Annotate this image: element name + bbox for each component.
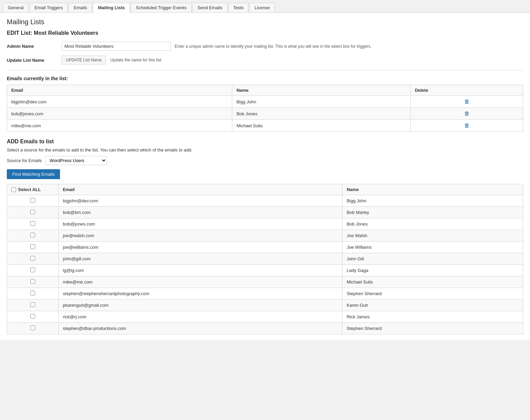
admin-name-hint: Enter a unique admin name to identify yo… — [175, 44, 371, 49]
tab-send-emails[interactable]: Send Emails — [192, 3, 227, 12]
row-checkbox-cell — [7, 311, 59, 323]
row-checkbox[interactable] — [30, 198, 35, 203]
matching-emails-table: Select ALL Email Name bigjohn@dev.com Bi… — [7, 184, 523, 334]
delete-icon[interactable]: 🗑 — [464, 111, 470, 116]
match-name-cell: Joe Williams — [342, 242, 523, 253]
match-email-cell: bigjohn@dev.com — [59, 195, 342, 207]
row-checkbox[interactable] — [30, 267, 35, 272]
update-hint: Update the name for this list. — [110, 58, 162, 62]
match-name-cell: Lady Gaga — [342, 265, 523, 276]
row-checkbox-cell — [7, 276, 59, 288]
match-email-cell: mike@me.com — [59, 276, 342, 288]
list-item: mike@me.com Michael Sulis — [7, 276, 523, 288]
update-list-label: Update List Name — [7, 58, 61, 63]
email-cell: bob@jones.com — [7, 108, 232, 120]
row-checkbox[interactable] — [30, 302, 35, 307]
tab-general[interactable]: General — [3, 3, 29, 12]
email-cell: bigjohn@dev.com — [7, 96, 232, 108]
col-header-select-all: Select ALL — [7, 184, 59, 195]
row-checkbox[interactable] — [30, 256, 35, 261]
match-name-cell: Bob Jones — [342, 218, 523, 230]
edit-title: EDIT List: Most Reliable Volunteers — [7, 30, 523, 36]
col-header-match-email: Email — [59, 184, 342, 195]
tab-bar: GeneralEmail TriggersEmailsMailing Lists… — [0, 0, 530, 13]
find-matching-emails-button[interactable]: Find Matching Emails — [7, 169, 60, 179]
tab-license[interactable]: License — [249, 3, 275, 12]
row-checkbox-cell — [7, 195, 59, 207]
list-item: bob@bm.com Bob Marley — [7, 207, 523, 218]
list-item: joe@walsh.com Joe Walsh — [7, 230, 523, 242]
list-item: bigjohn@dev.com Bigg John — [7, 195, 523, 207]
row-checkbox[interactable] — [30, 279, 35, 284]
col-header-delete: Delete — [411, 85, 523, 96]
row-checkbox[interactable] — [30, 291, 35, 295]
row-checkbox[interactable] — [30, 244, 35, 249]
update-list-row: Update List Name UPDATE List Name Update… — [7, 56, 523, 64]
delete-cell: 🗑 — [411, 96, 523, 108]
match-email-cell: bob@jones.com — [59, 218, 342, 230]
match-name-cell: Stephen Sherrard — [342, 288, 523, 300]
match-email-cell: bob@bm.com — [59, 207, 342, 218]
email-cell: mike@me.com — [7, 120, 232, 132]
match-email-cell: joe@walsh.com — [59, 230, 342, 242]
match-name-cell: Bigg John — [342, 195, 523, 207]
col-header-match-name: Name — [342, 184, 523, 195]
match-email-cell: joe@williams.com — [59, 242, 342, 253]
row-checkbox[interactable] — [30, 233, 35, 237]
row-checkbox[interactable] — [30, 221, 35, 226]
source-select[interactable]: WordPress Users — [45, 156, 107, 165]
tab-mailing-lists[interactable]: Mailing Lists — [93, 3, 130, 13]
list-item: rick@rj.com Rick James — [7, 311, 523, 323]
delete-cell: 🗑 — [411, 120, 523, 132]
match-name-cell: Michael Sulis — [342, 276, 523, 288]
add-section-desc: Select a source for the emails to add to… — [7, 147, 523, 153]
row-checkbox-cell — [7, 218, 59, 230]
tab-tests[interactable]: Tests — [228, 3, 249, 12]
match-email-cell: pkarenguh@gmail.com — [59, 300, 342, 311]
row-checkbox[interactable] — [30, 314, 35, 319]
row-checkbox-cell — [7, 300, 59, 311]
match-email-cell: john@gill.com — [59, 253, 342, 265]
match-name-cell: Bob Marley — [342, 207, 523, 218]
admin-name-input[interactable] — [61, 42, 171, 51]
tab-scheduled-trigger-events[interactable]: Scheduled Trigger Events — [131, 3, 192, 12]
match-email-cell: lg@lg.com — [59, 265, 342, 276]
matching-table-header-row: Select ALL Email Name — [7, 184, 523, 195]
add-emails-section: ADD Emails to list Select a source for t… — [7, 139, 523, 334]
row-checkbox-cell — [7, 253, 59, 265]
match-email-cell: rick@rj.com — [59, 311, 342, 323]
list-item: stephen@stephensherrardphotography.com S… — [7, 288, 523, 300]
list-item: john@gill.com John Gill — [7, 253, 523, 265]
name-cell: Bob Jones — [232, 108, 411, 120]
emails-section-title: Emails currently in the list: — [7, 76, 523, 81]
list-item: joe@williams.com Joe Williams — [7, 242, 523, 253]
select-all-checkbox[interactable] — [11, 187, 16, 192]
table-row: mike@me.com Michael Sulis 🗑 — [7, 120, 523, 132]
divider-1 — [7, 70, 523, 70]
tab-email-triggers[interactable]: Email Triggers — [29, 3, 68, 12]
col-header-name: Name — [232, 85, 411, 96]
match-email-cell: stephen@dbar-productions.com — [59, 323, 342, 334]
row-checkbox-cell — [7, 230, 59, 242]
page-title: Mailing Lists — [7, 18, 523, 26]
source-label: Source for Emails — [7, 158, 42, 163]
table-row: bigjohn@dev.com Bigg John 🗑 — [7, 96, 523, 108]
list-item: bob@jones.com Bob Jones — [7, 218, 523, 230]
match-name-cell: Karen Guh — [342, 300, 523, 311]
tab-emails[interactable]: Emails — [69, 3, 92, 12]
update-list-button[interactable]: UPDATE List Name — [61, 56, 106, 64]
source-row: Source for Emails WordPress Users — [7, 156, 523, 165]
matching-table-body: bigjohn@dev.com Bigg John bob@bm.com Bob… — [7, 195, 523, 334]
delete-icon[interactable]: 🗑 — [464, 99, 470, 104]
table-row: bob@jones.com Bob Jones 🗑 — [7, 108, 523, 120]
delete-cell: 🗑 — [411, 108, 523, 120]
emails-table-head: Email Name Delete — [7, 85, 523, 96]
select-all-label: Select ALL — [18, 187, 41, 192]
row-checkbox[interactable] — [30, 209, 35, 214]
row-checkbox[interactable] — [30, 325, 35, 330]
main-content: Mailing Lists EDIT List: Most Reliable V… — [0, 13, 530, 340]
match-name-cell: Stephen Sherrard — [342, 323, 523, 334]
matching-table-head: Select ALL Email Name — [7, 184, 523, 195]
match-email-cell: stephen@stephensherrardphotography.com — [59, 288, 342, 300]
delete-icon[interactable]: 🗑 — [464, 122, 470, 128]
